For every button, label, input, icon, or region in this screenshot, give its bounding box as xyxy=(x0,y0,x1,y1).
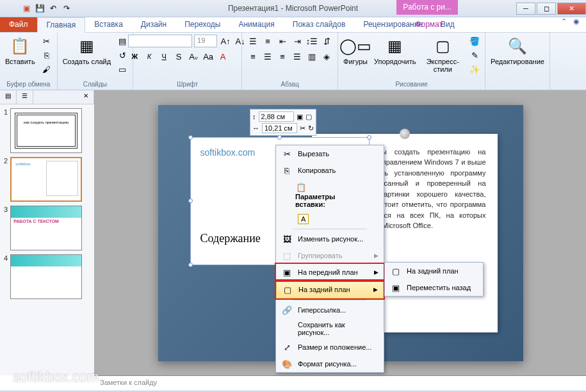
paste-button[interactable]: 📋 Вставить xyxy=(4,35,37,67)
copy-icon[interactable]: ⎘ xyxy=(40,49,53,61)
align-right-icon[interactable]: ≡ xyxy=(276,50,289,63)
rotate-icon[interactable]: ↻ xyxy=(308,124,314,133)
minimize-ribbon-icon[interactable]: ⌃ xyxy=(561,17,567,26)
crop-icon[interactable]: ✂ xyxy=(300,124,305,133)
contextual-tab[interactable]: Работа с ри... xyxy=(396,0,458,15)
shadow-icon[interactable]: Aᵥ xyxy=(187,50,200,63)
maximize-button[interactable]: ◻ xyxy=(537,3,556,15)
effects-icon[interactable]: ✨ xyxy=(468,63,481,76)
close-button[interactable]: ✕ xyxy=(557,3,586,15)
line-spacing-icon[interactable]: ↕☰ xyxy=(305,35,318,47)
redo-icon[interactable]: ↷ xyxy=(61,3,72,14)
tab-transitions[interactable]: Переходы xyxy=(175,17,229,32)
ctx-size-position[interactable]: ⤢Размер и положение... xyxy=(276,339,384,355)
ctx-paste-options: 📋Параметры вставки: xyxy=(276,179,384,211)
italic-icon[interactable]: К xyxy=(143,50,156,63)
floating-size-toolbar[interactable]: ↕ ▣ ▢ ↔ ✂ ↻ xyxy=(250,109,316,136)
paste-icon: 📋 xyxy=(295,181,307,193)
panel-close-icon[interactable]: ✕ xyxy=(78,90,94,104)
ctx-save-picture[interactable]: Сохранить как рисунок... xyxy=(276,318,384,339)
thumbnail-1[interactable]: 1 как создать презентацию xyxy=(4,108,90,153)
watermark: softikbox.com xyxy=(13,369,99,386)
tab-animations[interactable]: Анимация xyxy=(229,17,283,32)
undo-icon[interactable]: ↶ xyxy=(47,3,59,14)
justify-icon[interactable]: ☰ xyxy=(291,50,304,63)
ctx-change-picture[interactable]: 🖼Изменить рисунок... xyxy=(276,231,384,247)
sub-send-back[interactable]: ▢На задний план xyxy=(385,263,483,279)
indent-right-icon[interactable]: ⇥ xyxy=(291,35,304,47)
fill-icon[interactable]: 🪣 xyxy=(468,35,481,47)
thumbnail-4[interactable]: 4 xyxy=(4,254,90,299)
shapes-icon: ◯▭ xyxy=(345,36,366,56)
quick-access-toolbar: ▣ 💾 ↶ ↷ xyxy=(0,3,72,14)
ctx-send-back[interactable]: ▢На задний план▶ xyxy=(276,281,384,298)
tab-slideshow[interactable]: Показ слайдов xyxy=(284,17,355,32)
indent-left-icon[interactable]: ⇤ xyxy=(276,35,289,47)
new-slide-button[interactable]: ▦ Создать слайд xyxy=(61,35,112,67)
slides-panel: ▤ ☰ ✕ 1 как создать презентацию 2 softik… xyxy=(0,90,95,375)
tab-file[interactable]: Файл xyxy=(0,17,37,32)
shapes-button[interactable]: ◯▭ Фигуры xyxy=(342,35,369,67)
font-size-input[interactable]: 19 xyxy=(194,35,217,47)
char-spacing-icon[interactable]: Aa xyxy=(202,50,215,63)
change-pic-icon: 🖼 xyxy=(281,233,293,245)
text-direction-icon[interactable]: ⇵ xyxy=(320,35,333,47)
grow-font-icon[interactable]: A↑ xyxy=(219,35,232,47)
bullets-icon[interactable]: ☰ xyxy=(247,35,259,47)
section-icon[interactable]: ▭ xyxy=(116,63,129,76)
notes-pane[interactable]: Заметки к слайду xyxy=(95,375,586,391)
panel-tab-outline[interactable]: ☰ xyxy=(17,90,33,104)
format-painter-icon[interactable]: 🖌 xyxy=(40,63,53,76)
font-color-icon[interactable]: A xyxy=(216,50,229,63)
minimize-button[interactable]: ─ xyxy=(516,3,535,15)
align-center-icon[interactable]: ☰ xyxy=(261,50,274,63)
bold-icon[interactable]: Ж xyxy=(128,50,141,63)
paste-icon: 📋 xyxy=(10,36,30,56)
layout-icon[interactable]: ▤ xyxy=(116,35,129,47)
smartart-icon[interactable]: ◈ xyxy=(320,50,333,63)
tab-design[interactable]: Дизайн xyxy=(132,17,175,32)
cut-icon: ✂ xyxy=(281,148,293,159)
underline-icon[interactable]: Ч xyxy=(158,50,170,63)
arrange-button[interactable]: ▦ Упорядочить xyxy=(373,35,417,67)
thumbnail-2[interactable]: 2 softikbox xyxy=(4,157,90,202)
tab-home[interactable]: Главная xyxy=(37,17,86,33)
font-family-input[interactable] xyxy=(128,35,192,47)
help-icon[interactable]: ◉ xyxy=(573,17,580,26)
group-clipboard: 📋 Вставить ✂ ⎘ 🖌 Буфер обмена xyxy=(0,33,58,90)
ctx-hyperlink[interactable]: 🔗Гиперссылка... xyxy=(276,302,384,318)
format-icon: 🎨 xyxy=(281,358,293,370)
send-backward-icon[interactable]: ▢ xyxy=(305,113,312,121)
group-editing: 🔍 Редактирование xyxy=(485,33,550,90)
submenu-send-back: ▢На задний план ▣Переместить назад xyxy=(384,262,484,297)
align-left-icon[interactable]: ≡ xyxy=(247,50,259,63)
tab-insert[interactable]: Вставка xyxy=(85,17,132,32)
pin-icon xyxy=(400,129,410,139)
ctx-cut[interactable]: ✂Вырезать xyxy=(276,145,384,162)
ribbon: 📋 Вставить ✂ ⎘ 🖌 Буфер обмена ▦ Создать … xyxy=(0,33,586,90)
app-icon[interactable]: ▣ xyxy=(20,3,32,14)
ctx-format-picture[interactable]: 🎨Формат рисунка... xyxy=(276,355,384,372)
panel-tab-slides[interactable]: ▤ xyxy=(0,90,17,104)
strike-icon[interactable]: S xyxy=(172,50,185,63)
logo-text: softikbox.com xyxy=(200,147,256,158)
ctx-bring-front[interactable]: ▣На передний план▶ xyxy=(276,264,384,281)
styles-button[interactable]: ▢ Экспресс-стили xyxy=(421,35,465,74)
editing-button[interactable]: 🔍 Редактирование xyxy=(489,35,546,67)
tab-format[interactable]: Формат xyxy=(406,17,452,31)
thumbnail-3[interactable]: 3 РАБОТА С ТЕКСТОМ xyxy=(4,206,90,250)
arrange-icon: ▦ xyxy=(385,36,405,56)
cut-icon[interactable]: ✂ xyxy=(40,35,53,47)
outline-icon[interactable]: ✎ xyxy=(468,49,481,61)
height-input[interactable] xyxy=(259,111,294,122)
ctx-copy[interactable]: ⎘Копировать xyxy=(276,162,384,179)
width-input[interactable] xyxy=(262,123,297,133)
columns-icon[interactable]: ▥ xyxy=(305,50,318,63)
reset-icon[interactable]: ↺ xyxy=(116,49,129,61)
sub-send-backward[interactable]: ▣Переместить назад xyxy=(385,279,483,296)
bring-forward-icon[interactable]: ▣ xyxy=(297,113,303,121)
numbering-icon[interactable]: ≡ xyxy=(261,35,274,47)
save-icon[interactable]: 💾 xyxy=(34,3,45,14)
context-menu: ✂Вырезать ⎘Копировать 📋Параметры вставки… xyxy=(275,145,384,373)
ctx-paste-option-a[interactable]: A xyxy=(276,211,384,227)
